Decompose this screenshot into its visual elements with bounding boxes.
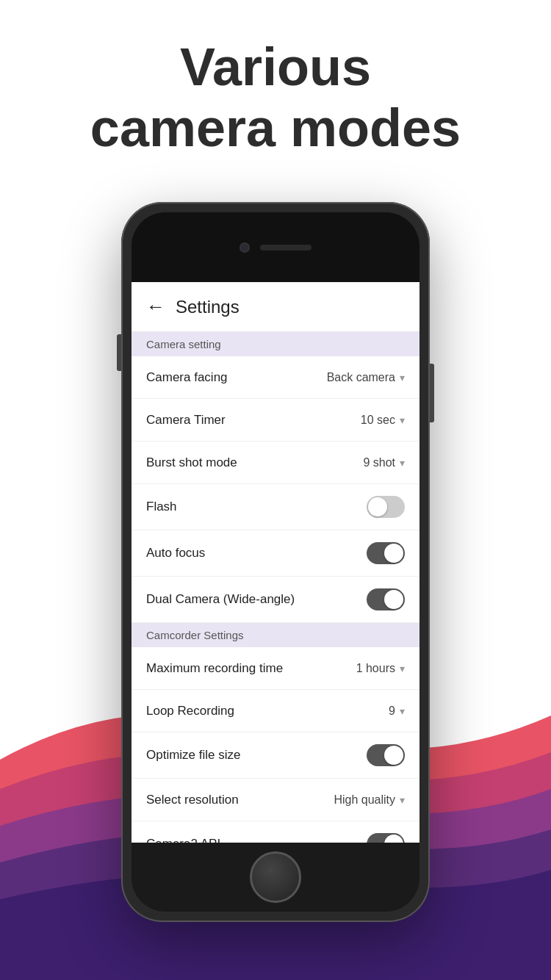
chevron-down-icon: ▾ xyxy=(400,705,405,717)
row-max-recording-time[interactable]: Maximum recording time 1 hours ▾ xyxy=(132,647,419,690)
row-burst-shot[interactable]: Burst shot mode 9 shot ▾ xyxy=(132,442,419,484)
row-select-resolution[interactable]: Select resolution High quality ▾ xyxy=(132,779,419,821)
chevron-down-icon: ▾ xyxy=(400,663,405,674)
page-title-block: Various camera modes xyxy=(0,37,551,159)
phone-top-bar xyxy=(132,212,419,282)
row-dual-camera[interactable]: Dual Camera (Wide-angle) xyxy=(132,577,419,623)
row-optimize-file-size[interactable]: Optimize file size xyxy=(132,732,419,779)
value-camera-timer[interactable]: 10 sec ▾ xyxy=(361,414,405,427)
label-loop-recording: Loop Recording xyxy=(146,704,234,718)
value-camera-facing[interactable]: Back camera ▾ xyxy=(327,371,405,384)
label-select-resolution: Select resolution xyxy=(146,793,239,807)
label-auto-focus: Auto focus xyxy=(146,546,205,561)
value-burst-shot[interactable]: 9 shot ▾ xyxy=(363,456,405,469)
row-auto-focus[interactable]: Auto focus xyxy=(132,530,419,577)
phone-inner: ← Settings Camera setting Camera facing … xyxy=(132,212,419,912)
value-select-resolution[interactable]: High quality ▾ xyxy=(334,793,405,807)
phone-body: ← Settings Camera setting Camera facing … xyxy=(121,202,430,922)
title-line1: Various xyxy=(0,37,551,98)
side-button-right xyxy=(430,364,434,422)
toggle-thumb-auto-focus xyxy=(384,544,403,563)
chevron-down-icon: ▾ xyxy=(400,414,405,426)
back-arrow-icon[interactable]: ← xyxy=(146,295,165,318)
chevron-down-icon: ▾ xyxy=(400,794,405,806)
row-camera-timer[interactable]: Camera Timer 10 sec ▾ xyxy=(132,399,419,442)
label-camera-timer: Camera Timer xyxy=(146,413,226,428)
row-camera2-api[interactable]: Camera2 API xyxy=(132,821,419,843)
settings-header: ← Settings xyxy=(132,282,419,332)
value-loop-recording[interactable]: 9 ▾ xyxy=(389,705,405,718)
toggle-optimize-file-size[interactable] xyxy=(367,744,405,766)
front-camera xyxy=(240,242,250,253)
speaker-grille xyxy=(260,245,311,251)
value-max-recording-time[interactable]: 1 hours ▾ xyxy=(356,662,405,675)
home-button[interactable] xyxy=(250,851,301,903)
toggle-dual-camera[interactable] xyxy=(367,588,405,610)
title-line2: camera modes xyxy=(0,98,551,159)
chevron-down-icon: ▾ xyxy=(400,457,405,469)
side-button-left xyxy=(117,334,121,371)
label-camera2-api: Camera2 API xyxy=(146,837,220,843)
label-dual-camera: Dual Camera (Wide-angle) xyxy=(146,592,295,607)
toggle-thumb-optimize xyxy=(384,746,403,765)
label-burst-shot: Burst shot mode xyxy=(146,455,237,470)
label-max-recording-time: Maximum recording time xyxy=(146,661,283,676)
toggle-thumb-flash xyxy=(368,497,387,516)
toggle-camera2-api[interactable] xyxy=(367,833,405,843)
row-flash[interactable]: Flash xyxy=(132,484,419,530)
section-header-camera: Camera setting xyxy=(132,332,419,356)
row-loop-recording[interactable]: Loop Recording 9 ▾ xyxy=(132,690,419,732)
label-camera-facing: Camera facing xyxy=(146,370,228,385)
phone-screen: ← Settings Camera setting Camera facing … xyxy=(132,282,419,843)
toggle-thumb-camera2 xyxy=(384,835,403,843)
settings-title: Settings xyxy=(176,297,240,317)
toggle-flash[interactable] xyxy=(367,496,405,518)
label-optimize-file-size: Optimize file size xyxy=(146,748,240,763)
toggle-thumb-dual-camera xyxy=(384,590,403,609)
section-header-camcorder: Camcorder Settings xyxy=(132,623,419,647)
toggle-auto-focus[interactable] xyxy=(367,542,405,564)
chevron-down-icon: ▾ xyxy=(400,372,405,383)
row-camera-facing[interactable]: Camera facing Back camera ▾ xyxy=(132,356,419,399)
phone-mockup: ← Settings Camera setting Camera facing … xyxy=(121,202,430,922)
label-flash: Flash xyxy=(146,500,177,514)
